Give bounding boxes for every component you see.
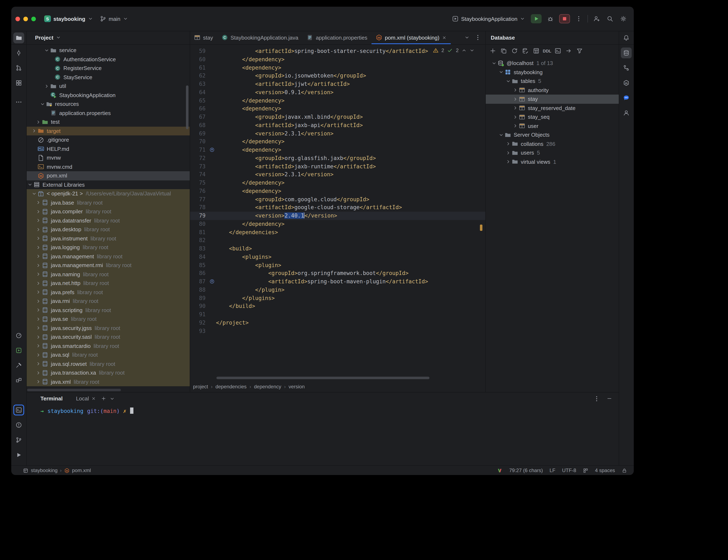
code-line[interactable]: 66 <dependency> — [190, 105, 485, 113]
chat-tool-button[interactable] — [621, 93, 632, 103]
new-terminal-plus-icon[interactable] — [101, 396, 107, 401]
project-tree-item[interactable]: application.properties — [26, 109, 190, 118]
database-tree-item[interactable]: staybooking — [485, 68, 619, 77]
project-tree-item[interactable]: java.xmllibrary root — [26, 377, 190, 386]
terminal-options-chevron-icon[interactable] — [110, 396, 115, 401]
chevron-right-icon[interactable] — [35, 308, 41, 313]
terminal-kebab-icon[interactable] — [593, 395, 600, 402]
code-line[interactable]: 69 <version>2.3.1</version> — [190, 129, 485, 138]
ddl-button[interactable]: DDL — [542, 46, 552, 55]
code-line[interactable]: 92</project> — [190, 319, 485, 327]
project-tree-item[interactable]: test — [26, 118, 190, 127]
chevron-down-icon[interactable] — [498, 133, 504, 138]
divider[interactable] — [485, 31, 486, 392]
project-tree-item[interactable]: CAuthenticationService — [26, 55, 190, 64]
chevron-right-icon[interactable] — [512, 106, 518, 111]
code-line[interactable]: 80 </dependency> — [190, 220, 485, 228]
pull-request-tool-button[interactable] — [13, 63, 24, 73]
database-tree-item[interactable]: stay — [485, 95, 619, 104]
chevron-right-icon[interactable] — [35, 254, 41, 259]
terminal-output[interactable]: →staybookinggit:(main)✗ — [26, 405, 619, 414]
project-tree-item[interactable]: java.smartcardiolibrary root — [26, 341, 190, 350]
structure-tool-button[interactable] — [13, 78, 24, 88]
chevron-right-icon[interactable] — [35, 236, 41, 241]
chevron-right-icon[interactable] — [35, 200, 41, 205]
database-tree-item[interactable]: virtual views1 — [485, 157, 619, 166]
code-with-me-button[interactable] — [592, 14, 601, 23]
chevron-right-icon[interactable] — [505, 159, 511, 164]
chevron-down-icon[interactable] — [40, 102, 45, 107]
close-icon[interactable] — [92, 396, 96, 401]
project-tree-item[interactable]: target — [26, 127, 190, 135]
code-line[interactable]: 78 <artifactId>google-cloud-storage</art… — [190, 204, 485, 212]
hide-terminal-icon[interactable] — [607, 396, 612, 401]
code-line[interactable]: 73 <artifactId>jaxb-runtime</artifactId> — [190, 162, 485, 171]
chevron-right-icon[interactable] — [505, 142, 511, 147]
tab-options-kebab-icon[interactable] — [474, 34, 481, 41]
status-project[interactable]: staybooking — [31, 467, 58, 473]
chevron-right-icon[interactable] — [31, 129, 37, 134]
code-line[interactable]: 77 <groupId>com.google.cloud</groupId> — [190, 195, 485, 204]
close-window-button[interactable] — [15, 16, 20, 21]
chevron-right-icon[interactable] — [35, 218, 41, 223]
project-tree-item[interactable]: java.net.httplibrary root — [26, 279, 190, 288]
project-tree-item[interactable]: HELP.md — [26, 144, 190, 153]
editor-tab[interactable]: CStaybookingApplication.java — [217, 31, 302, 44]
project-tree-item[interactable]: External Libraries — [26, 180, 190, 189]
project-tree-item[interactable]: java.transaction.xalibrary root — [26, 368, 190, 377]
search-everywhere-button[interactable] — [605, 14, 615, 23]
chevron-down-icon[interactable] — [491, 61, 497, 66]
zoom-window-button[interactable] — [31, 16, 36, 21]
project-tree-item[interactable]: java.naminglibrary root — [26, 270, 190, 279]
code-line[interactable]: 64 <version>0.9.1</version> — [190, 88, 485, 97]
project-tree-item[interactable]: util — [26, 82, 190, 91]
editor-hscrollbar[interactable] — [216, 377, 429, 379]
code-line[interactable]: 74 <version>2.3.1</version> — [190, 171, 485, 179]
project-tree-item[interactable]: java.compilerlibrary root — [26, 207, 190, 216]
database-tree-item[interactable]: authority — [485, 86, 619, 95]
chevron-right-icon[interactable] — [512, 124, 518, 129]
editor-tab[interactable]: stay — [190, 31, 217, 44]
build-tool-button[interactable] — [13, 360, 24, 371]
project-tree-item[interactable]: java.prefslibrary root — [26, 288, 190, 297]
code-line[interactable]: 68 <artifactId>jaxb-api</artifactId> — [190, 121, 485, 130]
code-line[interactable]: 79 <version>2.40.1</version> — [190, 212, 485, 220]
project-tree-item[interactable]: < openjdk-21 >/Users/eve/Library/Java/Ja… — [26, 189, 190, 198]
code-line[interactable]: 85 <plugin> — [190, 261, 485, 270]
services-tool-button[interactable] — [13, 345, 24, 356]
project-tree-item[interactable]: resources — [26, 100, 190, 109]
chevron-right-icon[interactable] — [35, 299, 41, 304]
more-actions-button[interactable] — [574, 14, 583, 23]
project-tool-button[interactable] — [13, 33, 24, 43]
chevron-right-icon[interactable] — [512, 88, 518, 93]
table-view-button[interactable] — [532, 46, 541, 55]
code-line[interactable]: 82 — [190, 237, 485, 245]
project-tree-item[interactable]: java.rmilibrary root — [26, 297, 190, 305]
console-button[interactable] — [553, 46, 562, 55]
chevron-right-icon[interactable] — [512, 97, 518, 102]
project-tree-item[interactable]: java.scriptinglibrary root — [26, 305, 190, 314]
chevron-right-icon[interactable] — [35, 227, 41, 232]
project-tree-item[interactable]: CRegisterService — [26, 64, 190, 73]
terminal-tab-local[interactable]: Local — [74, 392, 98, 405]
chevron-right-icon[interactable] — [35, 209, 41, 214]
status-widget-icon[interactable] — [583, 468, 588, 473]
chevron-down-icon[interactable] — [31, 191, 37, 196]
code-line[interactable]: 83 <build> — [190, 245, 485, 253]
breadcrumb-item[interactable]: project — [193, 383, 208, 389]
code-line[interactable]: 63 <artifactId>jjwt</artifactId> — [190, 80, 485, 88]
chevron-right-icon[interactable] — [35, 370, 41, 375]
code-line[interactable]: 65 </dependency> — [190, 97, 485, 105]
database-tree-item[interactable]: stay_reserved_date — [485, 104, 619, 113]
chevron-right-icon[interactable] — [35, 379, 41, 384]
chevron-right-icon[interactable] — [35, 263, 41, 268]
indent-style[interactable]: 4 spaces — [595, 467, 615, 473]
database-tree-item[interactable]: Server Objects — [485, 130, 619, 139]
project-tree-item[interactable]: java.logginglibrary root — [26, 243, 190, 252]
status-file[interactable]: pom.xml — [72, 467, 91, 473]
project-hscrollbar[interactable] — [27, 389, 121, 391]
project-tree-item[interactable]: java.sqllibrary root — [26, 350, 190, 359]
project-tree-item[interactable]: java.managementlibrary root — [26, 252, 190, 261]
more-tool-button[interactable] — [13, 97, 24, 108]
project-tree-item[interactable]: service — [26, 46, 190, 55]
